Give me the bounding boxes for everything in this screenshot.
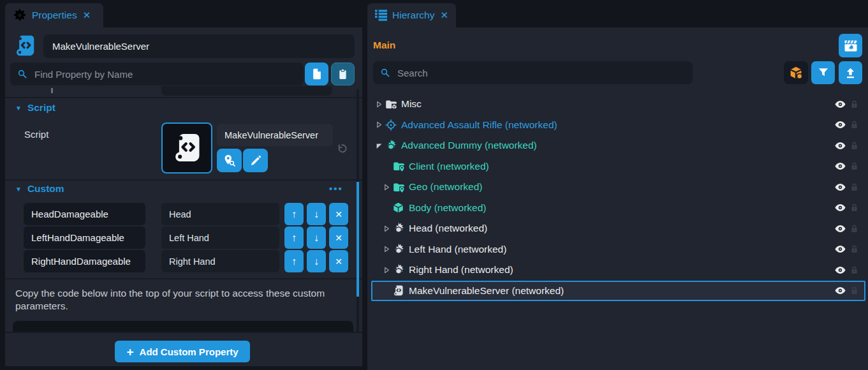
add-custom-property-label: Add Custom Property: [140, 346, 239, 357]
close-icon[interactable]: ✕: [83, 10, 91, 21]
tree-row-body[interactable]: Body (networked): [371, 198, 865, 219]
hierarchy-search[interactable]: [373, 61, 693, 84]
collapse-triangle-icon[interactable]: ▼: [15, 105, 22, 112]
lock-icon: [850, 265, 859, 275]
hierarchy-icon: [375, 10, 387, 21]
lock-toggle[interactable]: [848, 182, 860, 192]
script-section-header[interactable]: ▼ Script: [15, 102, 55, 114]
eye-icon: [834, 223, 846, 235]
lock-toggle[interactable]: [848, 265, 860, 275]
expand-collapsed-icon[interactable]: [376, 121, 385, 128]
custom-property-list: ↑ ↓ ✕ ↑ ↓ ✕ ↑ ↓ ✕: [5, 202, 362, 273]
move-up-button[interactable]: ↑: [284, 226, 304, 249]
custom-name-field[interactable]: [24, 203, 145, 225]
launch-button[interactable]: [839, 34, 862, 57]
filter-button[interactable]: [811, 61, 835, 84]
locate-script-button[interactable]: [217, 149, 242, 172]
crosshair-icon: [385, 119, 401, 131]
collapse-triangle-icon[interactable]: ▼: [15, 186, 22, 193]
properties-tab-label: Properties: [32, 10, 77, 21]
custom-section-header[interactable]: ▼ Custom: [15, 183, 64, 195]
properties-tab[interactable]: Properties ✕: [5, 3, 103, 27]
script-asset-name-field[interactable]: [217, 124, 333, 146]
plus-icon: +: [126, 346, 133, 358]
visibility-toggle[interactable]: [832, 202, 848, 214]
scrollbar-thumb[interactable]: [357, 182, 359, 297]
lock-toggle[interactable]: [848, 141, 860, 151]
node-label: Head (networked): [409, 223, 487, 234]
find-property-input[interactable]: [33, 68, 304, 80]
clipped-label-fragment: [51, 88, 53, 93]
visibility-toggle[interactable]: [832, 264, 848, 276]
tree-row-left-hand[interactable]: Left Hand (networked): [371, 239, 865, 260]
custom-name-field[interactable]: [24, 226, 145, 249]
visibility-toggle[interactable]: [832, 160, 848, 172]
move-up-button[interactable]: ↑: [284, 250, 304, 272]
remove-button[interactable]: ✕: [329, 250, 348, 272]
visibility-toggle[interactable]: [832, 181, 848, 193]
visibility-toggle[interactable]: [832, 243, 848, 255]
custom-name-field[interactable]: [24, 250, 145, 272]
tree-row-client[interactable]: Client (networked): [371, 156, 865, 177]
move-up-button[interactable]: ↑: [284, 203, 304, 225]
custom-property-row: ↑ ↓ ✕: [5, 249, 362, 273]
visibility-toggle[interactable]: [832, 223, 848, 235]
visibility-toggle[interactable]: [832, 98, 848, 110]
code-snippet-block[interactable]: [13, 321, 353, 332]
tree-row-geo[interactable]: Geo (networked): [371, 177, 865, 198]
tree-row-misc[interactable]: Misc: [371, 94, 865, 115]
package-button[interactable]: [784, 61, 808, 84]
custom-value-field[interactable]: [161, 250, 279, 272]
lock-toggle[interactable]: [848, 203, 860, 212]
root-node-label[interactable]: Main: [373, 40, 395, 51]
script-type-icon: [13, 34, 37, 58]
tree-row-makevulnerableserver-selected[interactable]: MakeVulnerableServer (networked): [371, 281, 865, 302]
lock-toggle[interactable]: [848, 224, 860, 233]
add-custom-property-button[interactable]: + Add Custom Property: [115, 341, 250, 362]
expand-collapsed-icon[interactable]: [383, 225, 392, 232]
remove-button[interactable]: ✕: [329, 226, 348, 249]
expand-collapsed-icon[interactable]: [383, 267, 392, 274]
folder-pin-icon: [392, 159, 409, 173]
script-name-field[interactable]: [43, 34, 355, 58]
expand-collapsed-icon[interactable]: [383, 246, 392, 253]
tree-row-right-hand[interactable]: Right Hand (networked): [371, 260, 865, 281]
reset-icon[interactable]: [335, 142, 348, 155]
lock-toggle[interactable]: [848, 120, 860, 130]
tree-row-advanced-dummy[interactable]: Advanced Dummy (networked): [371, 135, 865, 156]
hierarchy-search-input[interactable]: [396, 67, 693, 79]
custom-value-field[interactable]: [161, 226, 279, 249]
tree-row-assault-rifle[interactable]: Advanced Assault Rifle (networked): [371, 115, 865, 136]
paste-properties-button[interactable]: [331, 63, 355, 85]
hierarchy-tab[interactable]: Hierarchy ✕: [367, 3, 456, 27]
node-label: Advanced Assault Rifle (networked): [401, 119, 557, 131]
edit-script-button[interactable]: [243, 149, 268, 172]
upload-button[interactable]: [839, 61, 862, 84]
lock-toggle[interactable]: [848, 100, 860, 109]
script-asset-thumbnail[interactable]: [161, 122, 212, 174]
move-down-button[interactable]: ↓: [307, 250, 326, 272]
overflow-menu-icon[interactable]: •••: [329, 183, 343, 194]
script-field-label: Script: [24, 129, 48, 140]
partial-property-field[interactable]: [161, 86, 332, 96]
remove-button[interactable]: ✕: [329, 203, 348, 225]
visibility-toggle[interactable]: [832, 119, 848, 131]
lock-toggle[interactable]: [848, 244, 860, 254]
find-property-search[interactable]: [10, 63, 304, 85]
copy-properties-button[interactable]: [305, 63, 328, 85]
tree-row-head[interactable]: Head (networked): [371, 218, 865, 239]
lock-icon: [850, 182, 859, 192]
move-down-button[interactable]: ↓: [307, 226, 326, 249]
move-down-button[interactable]: ↓: [307, 203, 326, 225]
expand-collapsed-icon[interactable]: [376, 101, 385, 108]
expand-expanded-icon[interactable]: [376, 142, 385, 149]
visibility-toggle[interactable]: [832, 285, 848, 297]
pencil-icon: [249, 154, 262, 167]
close-icon[interactable]: ✕: [440, 10, 448, 21]
visibility-toggle[interactable]: [832, 140, 848, 152]
lock-toggle[interactable]: [848, 161, 860, 171]
lock-toggle[interactable]: [848, 286, 860, 295]
custom-value-field[interactable]: [161, 203, 279, 225]
expand-collapsed-icon[interactable]: [383, 184, 392, 191]
section-divider: [5, 179, 362, 181]
